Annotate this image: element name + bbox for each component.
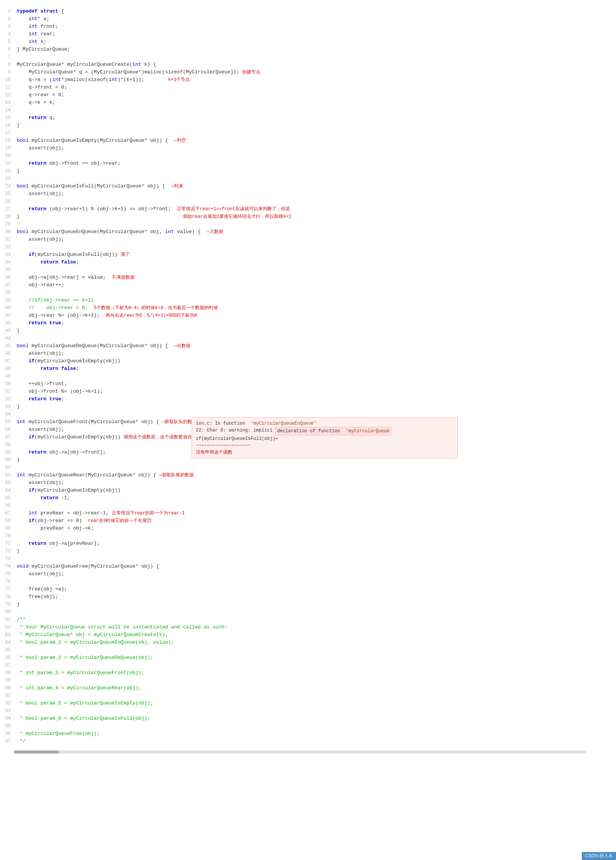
code-line bbox=[17, 532, 616, 540]
code-line: */ bbox=[17, 738, 616, 745]
code-line: } bbox=[17, 122, 616, 129]
code-line: * bool param_2 = myCircularQueueDeQueue(… bbox=[17, 654, 616, 662]
scrollbar-thumb[interactable] bbox=[14, 751, 59, 754]
code-line: free(obj->a); bbox=[17, 585, 616, 593]
code-line: return (obj->rear+1) % (obj->k+1) == obj… bbox=[17, 205, 616, 213]
tooltip-line4: ~~~~~~~~~~~~~~~~~~~~ bbox=[196, 442, 454, 449]
tooltip-line2: 22: Char 8: warning: implici declaration… bbox=[196, 427, 454, 435]
code-line: assert(obj); bbox=[17, 144, 616, 152]
code-line bbox=[17, 198, 616, 205]
code-line: * int param_4 = myCircularQueueRear(obj)… bbox=[17, 684, 616, 692]
code-line: prevRear = obj->k; bbox=[17, 525, 616, 532]
code-line: MyCircularQueue* q = (MyCircularQueue*)m… bbox=[17, 68, 616, 76]
code-line bbox=[17, 243, 616, 251]
code-line: } bbox=[17, 167, 616, 175]
code-line: return false; bbox=[17, 259, 616, 266]
code-line: q->front = 0; bbox=[17, 84, 616, 91]
code-line: * bool param_1 = myCircularQueueEnQueue(… bbox=[17, 639, 616, 646]
code-line: /** bbox=[17, 616, 616, 624]
code-line: bool myCircularQueueDeQueue(MyCircularQu… bbox=[17, 342, 616, 350]
horizontal-scrollbar[interactable] bbox=[14, 751, 586, 754]
code-line bbox=[17, 662, 616, 669]
code-line bbox=[17, 502, 616, 509]
code-line: * bool param_6 = myCircularQueueIsFull(o… bbox=[17, 715, 616, 722]
code-line: bool myCircularQueueIsFull(MyCircularQue… bbox=[17, 182, 616, 190]
code-line bbox=[17, 578, 616, 585]
code-line: return false; bbox=[17, 365, 616, 373]
code-line: return q; bbox=[17, 114, 616, 122]
tooltip-line5: 没有申明这个函数 bbox=[196, 449, 454, 456]
code-line: } MyCircularQueue; bbox=[17, 46, 616, 53]
code-line: bool myCircularQueueEnQueue(MyCircularQu… bbox=[17, 228, 616, 236]
code-line: * myCircularQueueFree(obj); bbox=[17, 730, 616, 738]
code-line: return -1; bbox=[17, 494, 616, 502]
code-line: assert(obj); bbox=[17, 190, 616, 198]
code-line bbox=[17, 335, 616, 342]
code-line: return true; bbox=[17, 319, 616, 327]
code-line bbox=[17, 707, 616, 715]
code-line: obj->a[obj->rear] = value; 不满放数据 bbox=[17, 274, 616, 281]
code-line: if(myCircularQueueIsFull(obj)) 满了 bbox=[17, 251, 616, 259]
code-line: obj->front %= (obj->k+1); bbox=[17, 388, 616, 395]
code-line bbox=[17, 646, 616, 654]
code-line: obj->rear %= (obj->k+1); 再向右走rear为5，5/(4… bbox=[17, 312, 616, 319]
code-line bbox=[17, 555, 616, 563]
page-container: 1 2 3 4 5 6 7 8 9 10 11 12 13 14 15 16 1… bbox=[0, 0, 616, 860]
code-line: assert(obj); bbox=[17, 350, 616, 357]
code-line: return obj->a[prevRear]; bbox=[17, 540, 616, 547]
code-line: //if(obj->rear == k+1) bbox=[17, 297, 616, 304]
code-line: int myCircularQueueRear(MyCircularQueue*… bbox=[17, 471, 616, 479]
code-line: assert(obj); bbox=[17, 479, 616, 487]
code-line: return true; bbox=[17, 395, 616, 403]
bottom-label: CSDN @入木 bbox=[585, 853, 613, 858]
code-line: void myCircularQueueFree(MyCircularQueue… bbox=[17, 563, 616, 570]
code-line bbox=[17, 373, 616, 380]
code-line bbox=[17, 53, 616, 61]
code-line bbox=[17, 289, 616, 297]
code-line: int front; bbox=[17, 23, 616, 30]
code-line: * int param_3 = myCircularQueueFront(obj… bbox=[17, 669, 616, 677]
code-line: q->a = (int*)malloc(sizeof(int)*(k+1)); … bbox=[17, 76, 616, 84]
code-line: assert(obj); bbox=[17, 236, 616, 243]
code-line bbox=[17, 175, 616, 182]
code-line: int rear; bbox=[17, 30, 616, 38]
code-line: bool myCircularQueueIsEmpty(MyCircularQu… bbox=[17, 137, 616, 144]
code-line bbox=[17, 106, 616, 114]
code-line: MyCircularQueue* myCircularQueueCreate(i… bbox=[17, 61, 616, 68]
code-line: * Your MyCircularQueue struct will be in… bbox=[17, 624, 616, 631]
code-line: } bbox=[17, 327, 616, 335]
code-line: assert(obj); bbox=[17, 570, 616, 578]
code-line: } bbox=[17, 601, 616, 608]
code-line: q->rear = 0; bbox=[17, 91, 616, 99]
code-line: return obj->front == obj->rear; bbox=[17, 160, 616, 167]
code-line: q->k = k; bbox=[17, 99, 616, 106]
code-line: if(myCircularQueueIsEmpty(obj)) bbox=[17, 487, 616, 494]
line-numbers: 1 2 3 4 5 6 7 8 9 10 11 12 13 14 15 16 1… bbox=[0, 8, 14, 745]
code-line bbox=[17, 266, 616, 274]
code-line bbox=[17, 608, 616, 616]
code-line: int prevRear = obj->rear-1; 正常情况下rear的前一… bbox=[17, 509, 616, 517]
code-line bbox=[17, 221, 616, 228]
code-line: } bbox=[17, 403, 616, 411]
bottom-bar: CSDN @入木 bbox=[582, 852, 616, 860]
scrollbar-area bbox=[0, 749, 616, 760]
code-content: typedef struct { int* a; int front; int … bbox=[14, 8, 616, 745]
code-line bbox=[17, 152, 616, 160]
tooltip-line3: if(myCircularQueueIsFull(obj)➡ bbox=[196, 435, 454, 442]
code-line: free(obj); bbox=[17, 593, 616, 601]
code-line-55: int myCircularQueueFront(MyCircularQueue… bbox=[17, 418, 616, 426]
code-line bbox=[17, 692, 616, 700]
tooltip-line1: ion.c: In function 'myCircularQueueEnQue… bbox=[196, 420, 454, 427]
code-line: * MyCircularQueue* obj = myCircularQueue… bbox=[17, 631, 616, 639]
code-line: } 假如rear在尾加1要使它循环回去才行，所以取模k+1 bbox=[17, 213, 616, 221]
code-line bbox=[17, 464, 616, 471]
code-line bbox=[17, 722, 616, 730]
code-line: int k; bbox=[17, 38, 616, 46]
code-line: ++obj->front; bbox=[17, 380, 616, 388]
code-line: if(obj->rear == 0) rear在0时候它的前一个在尾巴 bbox=[17, 517, 616, 525]
code-line bbox=[17, 677, 616, 684]
code-line: * bool param_5 = myCircularQueueIsEmpty(… bbox=[17, 700, 616, 707]
tooltip-box: ion.c: In function 'myCircularQueueEnQue… bbox=[192, 417, 458, 459]
code-line bbox=[17, 411, 616, 418]
code-line: } bbox=[17, 547, 616, 555]
